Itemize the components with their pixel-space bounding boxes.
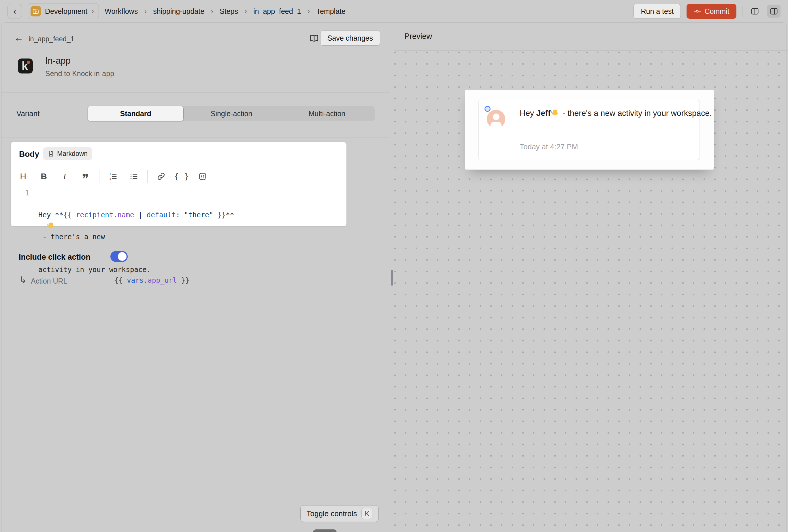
notification-card[interactable]: Hey Jeff - there's a new activity in you…	[478, 100, 700, 160]
markdown-format-badge[interactable]: Markdown	[43, 147, 92, 160]
environment-folder-icon	[31, 6, 41, 16]
keyboard-shortcut-badge: K	[361, 508, 372, 519]
code-token: **	[226, 211, 238, 219]
main-container: ← in_app_feed_1 Save changes k In-app Se…	[1, 22, 787, 532]
bullet-list-icon[interactable]	[129, 171, 139, 181]
variant-option-multi-action[interactable]: Multi-action	[279, 106, 375, 121]
unread-indicator	[485, 106, 491, 112]
arrow-left-icon[interactable]: ←	[14, 33, 23, 42]
bottom-toast-peek	[313, 529, 337, 532]
include-click-action-toggle[interactable]	[111, 251, 128, 262]
italic-icon[interactable]: I	[60, 171, 70, 181]
back-button[interactable]: ‹	[7, 4, 22, 18]
preview-title: Preview	[405, 32, 432, 41]
variant-segmented-control: StandardSingle-actionMulti-action	[87, 106, 375, 121]
code-token: vars.	[127, 276, 147, 284]
top-bar: ‹ Development › Workflows›shipping-updat…	[0, 0, 788, 22]
code-token: activity in your workspace.	[38, 266, 151, 274]
preview-panel: Preview Hey Jeff - there's a new activit…	[394, 23, 787, 532]
ordered-list-icon[interactable]: 1 2	[108, 171, 118, 181]
environment-label: Development	[45, 7, 87, 16]
code-token: "there"	[180, 211, 217, 219]
toolbar-divider	[147, 170, 148, 183]
code-token: Hey **	[38, 211, 63, 219]
action-url-label: Action URL	[31, 277, 67, 285]
svg-text:1: 1	[110, 173, 111, 176]
svg-text:2: 2	[110, 177, 111, 180]
panel-resize-handle[interactable]	[391, 270, 393, 285]
variant-option-single-action[interactable]: Single-action	[183, 106, 279, 121]
message-suffix: - there's a new activity in your workspa…	[560, 109, 712, 118]
code-token: }}	[217, 211, 226, 219]
notification-timestamp: Today at 4:27 PM	[520, 142, 578, 151]
code-line-2: activity in your workspace.	[38, 264, 341, 275]
code-token: app_url	[148, 276, 177, 284]
preview-canvas: Hey Jeff - there's a new activity in you…	[394, 51, 787, 532]
variant-option-standard[interactable]: Standard	[87, 106, 183, 121]
breadcrumb-item[interactable]: Workflows	[105, 7, 138, 16]
section-divider	[1, 92, 390, 93]
breadcrumb-item[interactable]: Steps	[220, 7, 238, 16]
docs-button[interactable]	[307, 31, 322, 46]
code-token: {{	[63, 211, 76, 219]
wave-emoji	[551, 109, 560, 117]
breadcrumb: Workflows›shipping-update›Steps›in_app_f…	[105, 7, 346, 16]
save-changes-button[interactable]: Save changes	[320, 31, 380, 45]
code-content: Hey **{{ recipient.name | default: "ther…	[38, 188, 341, 297]
heading-icon[interactable]: H	[18, 171, 28, 181]
topbar-divider	[742, 6, 743, 17]
knock-channel-logo: k	[18, 59, 33, 74]
breadcrumb-item[interactable]: in_app_feed_1	[253, 7, 301, 16]
knock-template-editor: ‹ Development › Workflows›shipping-updat…	[0, 0, 788, 532]
chevron-right-icon: ›	[91, 7, 94, 15]
code-block-icon[interactable]	[198, 171, 208, 181]
toggle-left-panel-button[interactable]	[748, 5, 762, 18]
blockquote-icon[interactable]: ❞	[80, 169, 90, 184]
variant-label: Variant	[16, 109, 39, 118]
book-icon	[309, 34, 319, 43]
panel-left-icon	[750, 7, 759, 16]
editor-header: ← in_app_feed_1 Save changes	[1, 23, 390, 55]
include-click-action-label: Include click action	[19, 253, 91, 264]
commit-button[interactable]: Commit	[687, 4, 736, 19]
chevron-left-icon: ‹	[13, 6, 16, 16]
chevron-right-icon: ›	[211, 7, 213, 15]
body-label: Body	[19, 150, 39, 159]
template-editor-panel: ← in_app_feed_1 Save changes k In-app Se…	[1, 23, 390, 532]
formatting-toolbar: H B I ❞ 1 2	[18, 169, 208, 184]
breadcrumb-item[interactable]: Template	[316, 7, 345, 16]
step-title: in_app_feed_1	[28, 35, 74, 43]
toolbar-divider	[99, 170, 99, 183]
preview-header: Preview	[394, 23, 787, 51]
liquid-variable-icon[interactable]: { }	[177, 171, 187, 181]
commit-label: Commit	[704, 7, 729, 16]
action-url-value[interactable]: {{ vars.app_url }}	[114, 276, 189, 284]
bold-icon[interactable]: B	[39, 171, 49, 181]
code-token: {{	[114, 276, 127, 284]
link-icon[interactable]	[156, 171, 166, 181]
line-number: 1	[18, 188, 29, 199]
toggle-right-panel-button[interactable]	[767, 5, 781, 18]
chevron-right-icon: ›	[244, 7, 247, 15]
environment-switcher[interactable]: Development ›	[28, 3, 99, 19]
toggle-controls-label: Toggle controls	[307, 509, 357, 518]
code-line-1: Hey **{{ recipient.name | default: "ther…	[38, 210, 341, 242]
avatar	[487, 110, 505, 128]
avatar-person-icon	[493, 114, 499, 120]
message-prefix: Hey	[520, 109, 536, 118]
code-token: recipient.	[76, 211, 118, 219]
toggle-knob	[118, 252, 126, 261]
chevron-right-icon: ›	[307, 7, 310, 15]
commit-icon	[693, 7, 701, 15]
code-token: name	[118, 211, 134, 219]
code-token: |	[134, 211, 146, 219]
toggle-controls-button[interactable]: Toggle controls K	[300, 505, 379, 522]
recipient-name: Jeff	[536, 109, 551, 118]
run-a-test-button[interactable]: Run a test	[633, 4, 681, 19]
chevron-right-icon: ›	[144, 7, 147, 15]
panel-right-icon	[770, 7, 778, 16]
code-token: }}	[177, 276, 189, 284]
panel-resize-gutter	[390, 23, 394, 532]
breadcrumb-item[interactable]: shipping-update	[153, 7, 204, 16]
feed-preview-container: Hey Jeff - there's a new activity in you…	[465, 90, 714, 170]
